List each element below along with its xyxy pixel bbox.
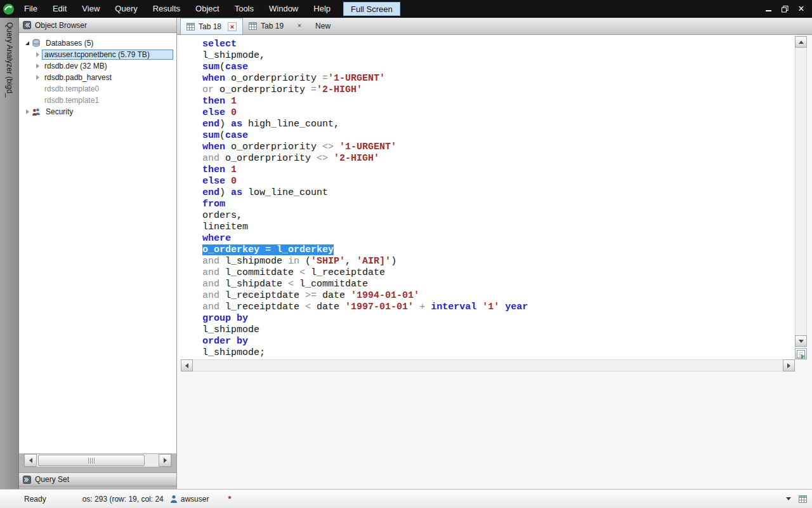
menu-items: FileEditViewQueryResultsObjectToolsWindo…	[16, 0, 338, 18]
app-window: FileEditViewQueryResultsObjectToolsWindo…	[0, 0, 812, 508]
menu-item-window[interactable]: Window	[261, 0, 306, 18]
chevron-down-icon[interactable]	[786, 497, 791, 500]
editor-line: group by	[202, 313, 794, 324]
editor-line: then 1	[202, 96, 794, 107]
scroll-left-button[interactable]	[24, 454, 37, 467]
minimize-button[interactable]	[760, 1, 776, 17]
status-right	[786, 495, 807, 503]
full-screen-button[interactable]: Full Screen	[343, 2, 400, 16]
editor-line: l_shipmode	[202, 324, 794, 336]
menu-item-tools[interactable]: Tools	[227, 0, 261, 18]
tree-item-label: rdsdb.padb_harvest	[42, 72, 114, 83]
editor-line: end) as high_line_count,	[202, 119, 794, 130]
status-user: awsuser	[170, 495, 209, 504]
editor-line: o_orderkey = l_orderkey	[202, 244, 794, 256]
tree-item-label: Databases (5)	[43, 38, 96, 48]
object-browser-panel: Object Browser Databases (5)awsuser.tcpo…	[19, 18, 176, 489]
document-map-button[interactable]	[795, 348, 807, 359]
expanded-arrow-icon[interactable]	[23, 41, 32, 45]
menu-item-query[interactable]: Query	[107, 0, 145, 18]
tree-item-awsuser-tcponetbenc-5-79-tb[interactable]: awsuser.tcponetbenc (5.79 TB)	[19, 49, 176, 60]
query-set-icon	[23, 476, 31, 484]
table-grid-icon	[187, 23, 195, 30]
close-icon: ×	[798, 4, 804, 14]
tab-tab-19[interactable]: Tab 19×	[243, 18, 310, 34]
tab-bar: Tab 18×Tab 19×New	[177, 18, 812, 35]
status-bar: Ready os: 293 (row: 19, col: 24 awsuser …	[0, 489, 812, 508]
menu-item-view[interactable]: View	[74, 0, 107, 18]
editor-line: and l_shipdate < l_commitdate	[202, 279, 794, 290]
editor-line: and l_receiptdate < date '1997-01-01' + …	[202, 302, 794, 313]
editor-line: and o_orderpriority <> '2-HIGH'	[202, 153, 794, 164]
editor-line: else 0	[202, 176, 794, 187]
editor-line: select	[202, 39, 794, 50]
database-tree: Databases (5)awsuser.tcponetbenc (5.79 T…	[19, 33, 176, 453]
collapsed-arrow-icon[interactable]	[23, 109, 32, 114]
tab-tab-18[interactable]: Tab 18×	[180, 18, 243, 34]
menu-item-help[interactable]: Help	[306, 0, 338, 18]
tab-label: New	[315, 22, 331, 30]
query-analyzer-vertical-tab[interactable]: Query Analyzer (bigd_	[0, 18, 19, 489]
editor-hscrollbar[interactable]	[181, 359, 795, 371]
arrow-up-icon	[799, 41, 804, 44]
editor-line: and l_commitdate < l_receiptdate	[202, 267, 794, 279]
scroll-right-button[interactable]	[159, 454, 171, 467]
new-tab-button[interactable]: New	[310, 18, 336, 34]
app-logo-icon	[0, 0, 16, 18]
editor-line: order by	[202, 336, 794, 347]
collapse-panel-icon[interactable]	[23, 21, 31, 29]
tree-item-rdsdb-padb-harvest[interactable]: rdsdb.padb_harvest	[19, 72, 176, 83]
scroll-right-button[interactable]	[783, 359, 795, 371]
scroll-up-button[interactable]	[795, 36, 807, 48]
editor-line: end) as low_line_count	[202, 187, 794, 199]
hscrollbar-track[interactable]	[193, 359, 783, 371]
query-set-panel-header[interactable]: Query Set	[19, 472, 176, 486]
arrow-right-icon	[787, 363, 790, 368]
scroll-left-button[interactable]	[181, 359, 193, 371]
modified-indicator: *	[228, 494, 231, 504]
tree-item-label: rdsdb.template0	[42, 84, 102, 94]
scrollbar-thumb[interactable]	[38, 455, 145, 466]
tab-close-icon[interactable]: ×	[295, 22, 304, 30]
tree-item-label: rdsdb.dev (32 MB)	[42, 61, 110, 71]
tree-item-security[interactable]: Security	[19, 106, 176, 117]
tree-item-rdsdb-template1[interactable]: rdsdb.template1	[19, 95, 176, 106]
editor-line: lineitem	[202, 222, 794, 233]
editor-line: sum(case	[202, 62, 794, 73]
scrollbar-track[interactable]	[37, 454, 159, 467]
editor-vscrollbar[interactable]	[795, 36, 807, 347]
restore-icon	[782, 6, 789, 13]
window-controls: ×	[760, 1, 812, 17]
tree-item-rdsdb-template0[interactable]: rdsdb.template0	[19, 83, 176, 95]
arrow-left-icon	[29, 458, 32, 463]
vscrollbar-track[interactable]	[795, 48, 807, 335]
menu-item-file[interactable]: File	[16, 0, 45, 18]
menu-item-edit[interactable]: Edit	[45, 0, 74, 18]
collapsed-arrow-icon[interactable]	[33, 52, 42, 57]
editor-line: when o_orderpriority ='1-URGENT'	[202, 73, 794, 84]
security-users-icon	[32, 107, 43, 116]
scroll-down-button[interactable]	[795, 335, 807, 347]
collapsed-arrow-icon[interactable]	[33, 64, 42, 69]
cursor-position: os: 293 (row: 19, col: 24	[82, 495, 164, 504]
tree-item-databases-5[interactable]: Databases (5)	[19, 37, 176, 49]
vertical-tab-label: Query Analyzer (bigd_	[5, 22, 14, 489]
menu-item-object[interactable]: Object	[188, 0, 227, 18]
arrow-down-icon	[799, 340, 804, 343]
editor-line: then 1	[202, 164, 794, 176]
tab-close-icon[interactable]: ×	[228, 22, 237, 31]
editor-line: sum(case	[202, 130, 794, 142]
menu-item-results[interactable]: Results	[145, 0, 188, 18]
grid-icon[interactable]	[799, 495, 807, 503]
editor-line: else 0	[202, 107, 794, 119]
close-button[interactable]: ×	[793, 1, 809, 17]
restore-button[interactable]	[776, 1, 793, 17]
tree-item-label: rdsdb.template1	[42, 95, 102, 105]
sql-editor[interactable]: selectl_shipmode,sum(casewhen o_orderpri…	[178, 35, 794, 359]
query-set-label: Query Set	[35, 475, 69, 484]
object-browser-hscrollbar[interactable]	[23, 453, 172, 467]
tab-label: Tab 19	[261, 22, 284, 30]
collapsed-arrow-icon[interactable]	[33, 75, 42, 80]
tree-item-rdsdb-dev-32-mb[interactable]: rdsdb.dev (32 MB)	[19, 60, 176, 72]
editor-line: l_shipmode,	[202, 50, 794, 62]
